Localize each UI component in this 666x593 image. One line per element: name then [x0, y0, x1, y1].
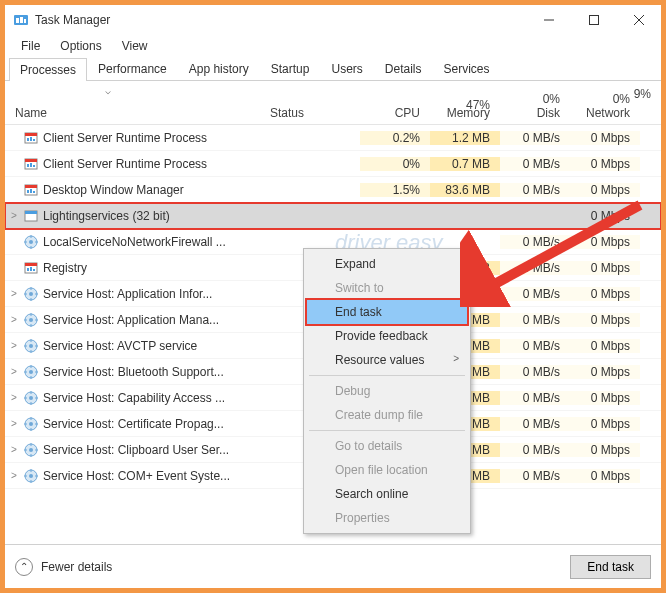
network-cell: 0 Mbps	[570, 339, 640, 353]
disk-cell: 0 MB/s	[500, 131, 570, 145]
context-menu-item-provide-feedback[interactable]: Provide feedback	[307, 324, 467, 348]
end-task-button[interactable]: End task	[570, 555, 651, 579]
process-name: LocalServiceNoNetworkFirewall ...	[43, 235, 226, 249]
network-cell: 0 Mbps	[570, 131, 640, 145]
taskmgr-icon	[13, 12, 29, 28]
menu-options[interactable]: Options	[50, 37, 111, 55]
svg-rect-32	[25, 263, 37, 266]
process-name: Service Host: Bluetooth Support...	[43, 365, 224, 379]
context-menu-item-properties: Properties	[307, 506, 467, 530]
close-button[interactable]	[616, 5, 661, 35]
process-icon	[23, 364, 39, 380]
network-cell: 0 Mbps	[570, 469, 640, 483]
process-icon	[23, 312, 39, 328]
svg-rect-17	[33, 165, 35, 167]
context-menu-item-open-file-location: Open file location	[307, 458, 467, 482]
expand-chevron-icon[interactable]: >	[5, 366, 23, 377]
menu-file[interactable]: File	[11, 37, 50, 55]
tab-startup[interactable]: Startup	[260, 57, 321, 80]
cpu-cell: 0.2%	[360, 131, 430, 145]
titlebar: Task Manager	[5, 5, 661, 35]
process-row[interactable]: Desktop Window Manager1.5%83.6 MB0 MB/s0…	[5, 177, 661, 203]
expand-chevron-icon[interactable]: >	[5, 340, 23, 351]
expand-chevron-icon[interactable]: >	[5, 444, 23, 455]
process-icon	[23, 468, 39, 484]
footer: ⌃ Fewer details End task	[5, 544, 661, 588]
col-status[interactable]: Status	[260, 106, 360, 124]
process-row[interactable]: >Lightingservices (32 bit)0 Mbps	[5, 203, 661, 229]
expand-chevron-icon[interactable]: >	[5, 418, 23, 429]
context-menu-item-resource-values[interactable]: Resource values>	[307, 348, 467, 372]
window-title: Task Manager	[35, 13, 526, 27]
network-cell: 0 Mbps	[570, 157, 640, 171]
process-icon	[23, 156, 39, 172]
process-name: Service Host: COM+ Event Syste...	[43, 469, 230, 483]
svg-rect-21	[30, 189, 32, 193]
process-name: Client Server Runtime Process	[43, 131, 207, 145]
menu-view[interactable]: View	[112, 37, 158, 55]
col-disk[interactable]: 0% Disk	[500, 92, 570, 124]
col-memory[interactable]: 47% Memory	[430, 92, 500, 124]
menu-separator	[309, 430, 465, 431]
process-row[interactable]: Client Server Runtime Process0.2%1.2 MB0…	[5, 125, 661, 151]
disk-cell: 0 MB/s	[500, 287, 570, 301]
process-name: Service Host: Certificate Propag...	[43, 417, 224, 431]
network-cell: 0 Mbps	[570, 365, 640, 379]
svg-rect-12	[33, 139, 35, 141]
process-name: Lightingservices (32 bit)	[43, 209, 170, 223]
cpu-cell: 0%	[360, 157, 430, 171]
tab-performance[interactable]: Performance	[87, 57, 178, 80]
disk-cell: 0 MB/s	[500, 261, 570, 275]
network-cell: 0 Mbps	[570, 391, 640, 405]
svg-point-67	[29, 422, 33, 426]
context-menu: ExpandSwitch toEnd taskProvide feedbackR…	[303, 248, 471, 534]
disk-cell: 0 MB/s	[500, 313, 570, 327]
fewer-details-button[interactable]: ⌃ Fewer details	[15, 558, 112, 576]
context-menu-item-expand[interactable]: Expand	[307, 252, 467, 276]
memory-cell: 0.7 MB	[430, 157, 500, 171]
disk-cell: 0 MB/s	[500, 339, 570, 353]
expand-chevron-icon[interactable]: >	[5, 470, 23, 481]
network-cell: 0 Mbps	[570, 209, 640, 223]
svg-rect-19	[25, 185, 37, 188]
svg-point-49	[29, 344, 33, 348]
col-name[interactable]: Name	[5, 106, 260, 124]
expand-chevron-icon[interactable]: >	[5, 392, 23, 403]
process-icon	[23, 260, 39, 276]
process-row[interactable]: Client Server Runtime Process0%0.7 MB0 M…	[5, 151, 661, 177]
menubar: File Options View	[5, 35, 661, 57]
process-icon	[23, 208, 39, 224]
tab-users[interactable]: Users	[320, 57, 373, 80]
tab-services[interactable]: Services	[433, 57, 501, 80]
process-icon	[23, 338, 39, 354]
svg-rect-34	[30, 267, 32, 271]
tab-processes[interactable]: Processes	[9, 58, 87, 81]
expand-chevron-icon[interactable]: >	[5, 314, 23, 325]
process-icon	[23, 234, 39, 250]
process-icon	[23, 416, 39, 432]
col-network[interactable]: 0% Network	[570, 92, 640, 124]
maximize-button[interactable]	[571, 5, 616, 35]
svg-rect-24	[25, 211, 37, 214]
process-icon	[23, 390, 39, 406]
context-menu-item-search-online[interactable]: Search online	[307, 482, 467, 506]
expand-chevron-icon[interactable]: >	[5, 210, 23, 221]
context-menu-item-end-task[interactable]: End task	[307, 300, 467, 324]
svg-rect-5	[589, 16, 598, 25]
disk-cell: 0 MB/s	[500, 443, 570, 457]
svg-point-26	[29, 240, 33, 244]
svg-point-43	[29, 318, 33, 322]
tab-details[interactable]: Details	[374, 57, 433, 80]
expand-chevron-icon[interactable]: >	[5, 288, 23, 299]
tab-app-history[interactable]: App history	[178, 57, 260, 80]
process-name: Desktop Window Manager	[43, 183, 184, 197]
minimize-button[interactable]	[526, 5, 571, 35]
process-name: Service Host: AVCTP service	[43, 339, 197, 353]
memory-cell: 1.2 MB	[430, 131, 500, 145]
col-cpu[interactable]: 9% CPU	[360, 106, 430, 124]
context-menu-item-debug: Debug	[307, 379, 467, 403]
svg-point-37	[29, 292, 33, 296]
disk-cell: 0 MB/s	[500, 183, 570, 197]
disk-cell: 0 MB/s	[500, 365, 570, 379]
context-menu-item-create-dump-file: Create dump file	[307, 403, 467, 427]
